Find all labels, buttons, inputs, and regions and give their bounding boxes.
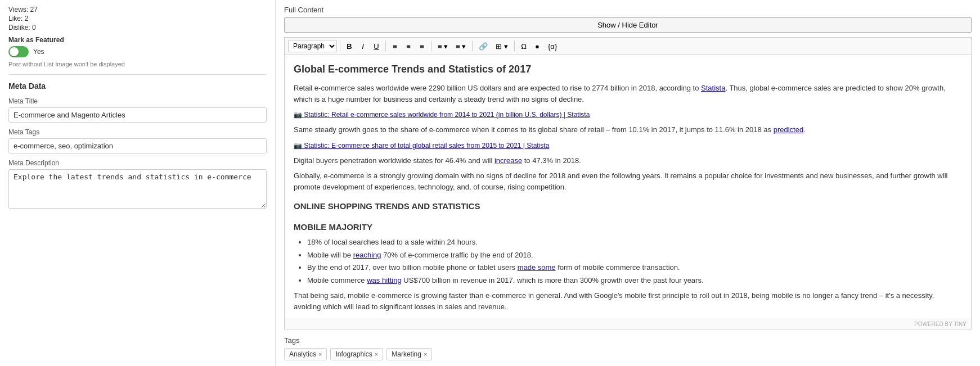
post-warning-text: Post without List Image won't be display… (8, 61, 267, 67)
tag-marketing-remove[interactable]: × (424, 351, 427, 358)
tag-analytics: Analytics × (284, 348, 327, 360)
mobile-list: 18% of local searches lead to a sale wit… (294, 237, 962, 286)
article-p3: Digital buyers penetration worldwide sta… (294, 155, 962, 166)
meta-description-label: Meta Description (8, 159, 267, 167)
article-p2: Same steady growth goes to the share of … (294, 124, 962, 135)
toolbar-sep-2 (385, 41, 386, 51)
views-stat: Views: 27 (8, 6, 267, 13)
tag-marketing-label: Marketing (392, 350, 421, 358)
tag-analytics-remove[interactable]: × (318, 351, 322, 358)
align-right-button[interactable]: ≡ (416, 40, 428, 52)
article-p5: That being said, mobile e-commerce is gr… (294, 290, 962, 312)
featured-toggle[interactable] (8, 46, 29, 57)
toggle-yes-label: Yes (33, 48, 44, 56)
tag-infographics: Infographics × (330, 348, 383, 360)
meta-description-textarea[interactable]: Explore the latest trends and statistics… (8, 169, 267, 209)
article-p4: Globally, e-commerce is a strongly growi… (294, 170, 962, 192)
meta-data-title: Meta Data (8, 82, 267, 91)
unordered-list-button[interactable]: ≡ ▾ (434, 40, 451, 52)
powered-by-label: POWERED BY TINY (285, 319, 971, 329)
omega-button[interactable]: Ω (518, 40, 530, 52)
meta-title-input[interactable] (8, 107, 267, 123)
toolbar-sep-3 (431, 41, 431, 51)
article-p1: Retail e-commerce sales worldwide were 2… (294, 83, 962, 105)
tag-infographics-remove[interactable]: × (375, 351, 378, 358)
tag-marketing: Marketing × (386, 348, 432, 360)
toolbar-sep-1 (340, 41, 340, 51)
list-item-1: 18% of local searches lead to a sale wit… (307, 237, 962, 248)
meta-title-label: Meta Title (8, 97, 267, 105)
bold-button[interactable]: B (343, 40, 356, 52)
mark-featured-label: Mark as Featured (8, 36, 267, 44)
underline-button[interactable]: U (370, 40, 383, 52)
was-hitting-link[interactable]: was hitting (367, 276, 401, 284)
editor-toolbar: Paragraph B I U ≡ ≡ ≡ ≡ ▾ ≡ ▾ 🔗 ⊞ ▾ Ω ● … (284, 37, 972, 55)
statistic-image-1: Statistic: Retail e-commerce sales world… (294, 110, 590, 120)
list-item-4: Mobile commerce was hitting US$700 billi… (307, 275, 962, 286)
table-button[interactable]: ⊞ ▾ (492, 40, 511, 52)
tag-analytics-label: Analytics (289, 350, 316, 358)
right-panel: Full Content Show / Hide Editor Paragrap… (276, 0, 980, 366)
increase-link[interactable]: increase (495, 156, 522, 165)
left-panel: Views: 27 Like: 2 Dislike: 0 Mark as Fea… (0, 0, 276, 366)
link-button[interactable]: 🔗 (475, 40, 491, 52)
tag-infographics-label: Infographics (335, 350, 372, 358)
statista-link-1[interactable]: Statista (701, 84, 725, 92)
likes-stat: Like: 2 (8, 15, 267, 22)
circle-button[interactable]: ● (531, 40, 543, 52)
meta-tags-label: Meta Tags (8, 128, 267, 136)
article-h3: MOBILE MAJORITY (294, 221, 962, 234)
italic-button[interactable]: I (357, 40, 369, 52)
made-some-link[interactable]: made some (518, 263, 556, 272)
tags-label: Tags (284, 336, 972, 345)
toolbar-sep-4 (472, 41, 473, 51)
toolbar-sep-5 (514, 41, 515, 51)
list-item-2: Mobile will be reaching 70% of e-commerc… (307, 250, 962, 261)
show-hide-editor-button[interactable]: Show / Hide Editor (284, 17, 972, 33)
code-button[interactable]: {α} (545, 40, 560, 52)
meta-tags-input[interactable] (8, 138, 267, 153)
dislikes-stat: Dislike: 0 (8, 24, 267, 31)
featured-toggle-row: Yes (8, 46, 267, 57)
tags-section: Tags Analytics × Infographics × Marketin… (284, 336, 972, 360)
editor-content[interactable]: Global E-commerce Trends and Statistics … (285, 55, 971, 319)
underline-icon: U (374, 42, 379, 51)
full-content-label: Full Content (284, 6, 972, 14)
align-center-button[interactable]: ≡ (402, 40, 415, 52)
article-h2: ONLINE SHOPPING TRENDS AND STATISTICS (294, 200, 962, 213)
tags-row: Analytics × Infographics × Marketing × (284, 348, 972, 360)
paragraph-select[interactable]: Paragraph (288, 40, 337, 52)
align-left-button[interactable]: ≡ (389, 40, 401, 52)
predicted-link[interactable]: predicted (774, 125, 803, 134)
ordered-list-button[interactable]: ≡ ▾ (452, 40, 469, 52)
editor-content-wrapper: Global E-commerce Trends and Statistics … (284, 55, 972, 329)
reaching-link[interactable]: reaching (353, 251, 381, 259)
article-heading: Global E-commerce Trends and Statistics … (294, 62, 962, 77)
toggle-knob (10, 47, 19, 56)
divider-1 (8, 74, 267, 75)
statistic-image-2: Statistic: E-commerce share of total glo… (294, 141, 549, 151)
list-item-3: By the end of 2017, over two billion mob… (307, 262, 962, 273)
